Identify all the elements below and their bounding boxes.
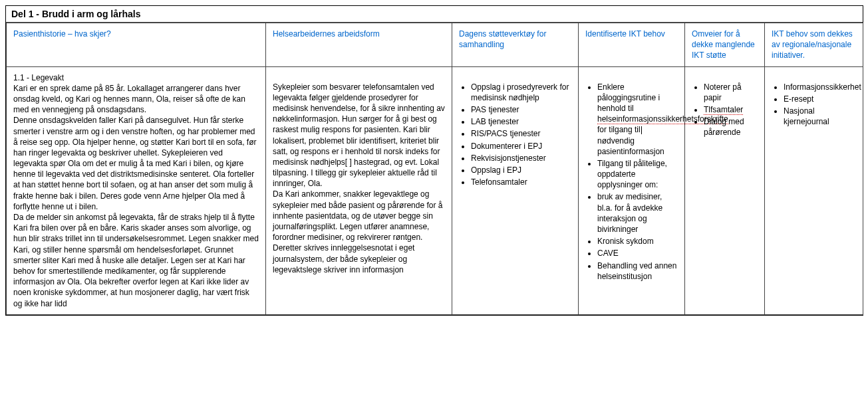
spellcheck-underline: Tlfsamtaler	[704, 105, 743, 115]
cell-initiativer: InformasjonssikkerhetE-reseptNasjonal kj…	[765, 66, 863, 314]
list-item: Dokumenterer i EPJ	[471, 141, 571, 152]
list-item: Nasjonal kjernejournal	[784, 106, 856, 127]
text: Enklere påloggingsrutine i henhold til	[597, 82, 660, 113]
cell-c2-body: Sykepleier som besvarer telefonsamtalen …	[273, 82, 445, 275]
header-c4: Identifiserte IKT behov	[579, 23, 685, 67]
list-c3: Oppslag i prosedyreverk for medisinsk nø…	[459, 82, 571, 188]
list-item: Noterer på papir	[704, 82, 758, 103]
list-item: Telefonsamtaler	[471, 177, 571, 187]
list-c4: Enklere påloggingsrutine i henhold til h…	[585, 82, 678, 282]
list-item: Dialog med pårørende	[704, 116, 758, 138]
cell-arbeidsform: Sykepleier som besvarer telefonsamtalen …	[266, 66, 452, 314]
cell-pasienthistorie: 1.1 - Legevakt Kari er en sprek dame på …	[7, 66, 266, 314]
list-item: Behandling ved annen helseinstitusjon	[597, 260, 678, 282]
list-item: Kronisk sykdom	[597, 236, 678, 247]
document-table-container: Del 1 - Brudd i arm og lårhals Pasienthi…	[5, 5, 863, 316]
list-item: Tilgang til pålitelige, oppdaterte opply…	[597, 158, 678, 191]
list-item: Rekvisisjonstjenester	[471, 153, 571, 163]
list-item: LAB tjenester	[471, 116, 571, 127]
header-row: Pasienthistorie – hva skjer? Helsearbeid…	[7, 23, 863, 67]
list-item: E-resept	[784, 94, 856, 104]
list-item: Oppslag i EPJ	[471, 165, 571, 175]
list-c5: Noterer på papir Tlfsamtaler Dialog med …	[692, 82, 758, 138]
list-item: Enklere påloggingsrutine i henhold til h…	[597, 82, 678, 157]
cell-ikt-behov: Enklere påloggingsrutine i henhold til h…	[579, 66, 685, 314]
list-item: CAVE	[597, 248, 678, 258]
header-c1: Pasienthistorie – hva skjer?	[7, 23, 266, 67]
header-c6: IKT behov som dekkes av regionale/nasjon…	[765, 23, 863, 67]
list-item: bruk av medisiner, bl.a. for å avdekke i…	[597, 191, 678, 235]
list-c6: InformasjonssikkerhetE-reseptNasjonal kj…	[772, 82, 856, 128]
main-table: Pasienthistorie – hva skjer? Helsearbeid…	[6, 23, 863, 315]
cell-c1-heading: 1.1 - Legevakt	[13, 72, 259, 83]
cell-c1-body: Kari er en sprek dame på 85 år. Lokallag…	[13, 83, 259, 309]
section-title: Del 1 - Brudd i arm og lårhals	[6, 6, 863, 23]
table-row: 1.1 - Legevakt Kari er en sprek dame på …	[7, 66, 863, 314]
list-item: PAS tjenester	[471, 104, 571, 115]
cell-omveier: Noterer på papir Tlfsamtaler Dialog med …	[685, 66, 765, 314]
cell-stotteverktoy: Oppslag i prosedyreverk for medisinsk nø…	[452, 66, 579, 314]
header-c3: Dagens støtteverktøy for samhandling	[452, 23, 579, 67]
text-cursor	[641, 126, 642, 134]
header-c5: Omveier for å dekke manglende IKT støtte	[685, 23, 765, 67]
header-c2: Helsearbeidernes arbeidsform	[266, 23, 452, 67]
list-item: RIS/PACS tjenester	[471, 128, 571, 139]
text: nødvendig pasientinformasjon	[597, 136, 664, 156]
list-item: Oppslag i prosedyreverk for medisinsk nø…	[471, 82, 571, 103]
list-item: Tlfsamtaler	[704, 104, 758, 115]
list-item: Informasjonssikkerhet	[784, 82, 856, 92]
